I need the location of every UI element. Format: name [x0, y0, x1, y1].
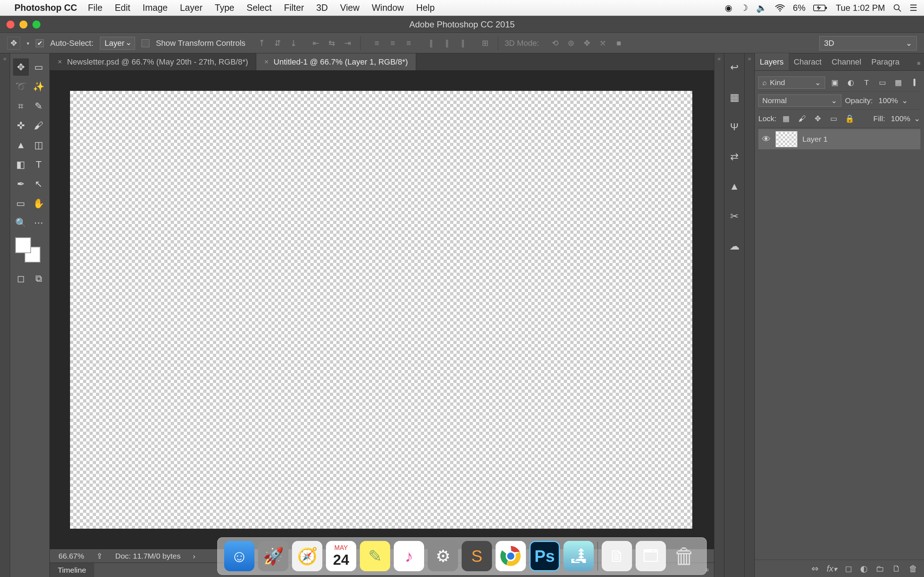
battery-icon[interactable] [813, 4, 828, 11]
dock-itunes-icon[interactable]: ♪ [394, 541, 424, 571]
adjust-panel-icon[interactable]: ⇄ [730, 151, 738, 163]
history-panel-icon[interactable]: ↩︎ [730, 61, 738, 73]
moon-icon[interactable]: ☽ [740, 3, 748, 13]
filter-pixel-icon[interactable]: ▣ [829, 76, 841, 89]
doc-info-chevron-icon[interactable]: › [193, 552, 195, 561]
clone-panel-icon[interactable]: ▲ [729, 181, 740, 192]
zoom-window-button[interactable] [32, 21, 40, 29]
cc-status-icon[interactable]: ◉ [725, 3, 732, 13]
menu-select[interactable]: Select [247, 3, 271, 13]
lock-all-icon[interactable]: 🔒 [843, 113, 856, 125]
dock-safari-icon[interactable]: 🧭 [292, 541, 322, 571]
tool-preset-chevron-icon[interactable]: ▾ [27, 40, 29, 46]
dock-chrome-icon[interactable] [496, 541, 526, 571]
layer-visibility-icon[interactable]: 👁 [762, 134, 771, 144]
doc-tab-0[interactable]: × Newsletter.psd @ 66.7% (May 20th - 27t… [50, 53, 256, 70]
zoom-tool[interactable]: 🔍 [13, 214, 29, 232]
doc-info[interactable]: Doc: 11.7M/0 bytes [115, 552, 181, 561]
layer-thumbnail[interactable] [775, 131, 797, 147]
align-vcenter-icon[interactable]: ⇵ [271, 37, 284, 49]
align-bottom-icon[interactable]: ⤓ [287, 37, 300, 49]
menu-list-icon[interactable]: ☰ [909, 3, 918, 13]
layer-name[interactable]: Layer 1 [802, 135, 828, 143]
move-tool[interactable]: ✥ [13, 58, 29, 76]
fx-icon[interactable]: fx▾ [827, 564, 837, 574]
edit-toolbar-button[interactable]: ⋯ [31, 214, 47, 232]
dock-sublime-icon[interactable]: S [462, 541, 492, 571]
auto-select-checkbox[interactable]: ✔ [36, 39, 44, 47]
filter-smart-icon[interactable]: ▦ [892, 76, 905, 89]
align-right-icon[interactable]: ⇥ [341, 37, 354, 49]
auto-align-icon[interactable]: ⊞ [479, 37, 491, 49]
timeline-tab[interactable]: Timeline [50, 563, 94, 577]
chevron-down-icon[interactable]: ⌄ [914, 114, 921, 123]
close-tab-icon[interactable]: × [264, 58, 268, 66]
lasso-tool[interactable]: ➰ [13, 78, 29, 95]
menu-image[interactable]: Image [142, 3, 168, 13]
eraser-tool[interactable]: ◫ [31, 136, 47, 154]
healing-tool[interactable]: ✜ [13, 117, 29, 134]
magic-wand-tool[interactable]: ✨ [31, 78, 47, 95]
fill-value[interactable]: 100% [891, 114, 910, 123]
clock[interactable]: Tue 1:02 PM [835, 3, 885, 13]
menu-3d[interactable]: 3D [316, 3, 328, 13]
mask-icon[interactable]: ◻ [845, 564, 852, 574]
filter-shape-icon[interactable]: ▭ [876, 76, 888, 89]
panel-tab-character[interactable]: Charact [789, 54, 827, 70]
swatches-panel-icon[interactable]: ▦ [730, 91, 739, 103]
menu-edit[interactable]: Edit [115, 3, 130, 13]
dock-calendar-icon[interactable]: MAY24 [326, 541, 356, 571]
fg-swatch[interactable] [15, 237, 31, 253]
screenmode-tool[interactable]: ⧉ [31, 270, 47, 287]
left-collapse-bar[interactable]: « [0, 53, 10, 577]
right-collapse-bar[interactable]: » [744, 53, 754, 577]
menu-help[interactable]: Help [416, 3, 435, 13]
menu-type[interactable]: Type [215, 3, 234, 13]
panel-tab-channels[interactable]: Channel [827, 54, 866, 70]
type-tool[interactable]: T [31, 156, 47, 173]
quickmask-tool[interactable]: ◻ [13, 270, 29, 287]
brush-tool[interactable]: 🖌 [31, 117, 47, 134]
lock-position-icon[interactable]: ✥ [812, 113, 824, 125]
layer-filter-kind-dropdown[interactable]: ⌕ Kind ⌄ [758, 76, 825, 89]
filter-type-icon[interactable]: T [861, 76, 873, 89]
pen-tool[interactable]: ✒ [13, 175, 29, 193]
rectangle-tool[interactable]: ▭ [13, 195, 29, 212]
dock-finder-icon[interactable]: ☺ [224, 541, 254, 571]
distribute-vcenter-icon[interactable]: ≡ [386, 37, 399, 49]
gradient-tool[interactable]: ◧ [13, 156, 29, 173]
libraries-panel-icon[interactable]: ☁ [729, 240, 740, 252]
close-tab-icon[interactable]: × [58, 58, 62, 66]
adjustment-icon[interactable]: ◐ [860, 564, 868, 574]
filter-toggle-icon[interactable]: ⏽ [908, 76, 921, 89]
distribute-left-icon[interactable]: ∥ [425, 37, 437, 49]
dock-trash-icon[interactable]: 🗑 [670, 541, 700, 571]
link-layers-icon[interactable]: ⇔ [811, 564, 819, 574]
clone-stamp-tool[interactable]: ▲ [13, 136, 29, 154]
dock-photoshop-icon[interactable]: Ps [530, 541, 560, 571]
menu-filter[interactable]: Filter [284, 3, 304, 13]
menu-window[interactable]: Window [372, 3, 404, 13]
menu-view[interactable]: View [340, 3, 360, 13]
spotlight-icon[interactable] [893, 3, 901, 12]
align-top-icon[interactable]: ⤒ [255, 37, 268, 49]
lock-artboard-icon[interactable]: ▭ [828, 113, 840, 125]
auto-select-dropdown[interactable]: Layer [100, 37, 135, 50]
dock-notes-icon[interactable]: ✎ [360, 541, 390, 571]
app-name[interactable]: Photoshop CC [15, 3, 77, 13]
trash-icon[interactable]: 🗑 [909, 564, 918, 574]
menu-layer[interactable]: Layer [180, 3, 202, 13]
hand-tool[interactable]: ✋ [31, 195, 47, 212]
mid-collapse-bar[interactable]: « [714, 53, 724, 577]
lock-pixels-icon[interactable]: 🖌 [796, 113, 808, 125]
filter-adjust-icon[interactable]: ◐ [845, 76, 857, 89]
distribute-bottom-icon[interactable]: ≡ [402, 37, 415, 49]
fg-bg-swatch[interactable] [15, 237, 40, 263]
dock-doc-1-icon[interactable]: 🗎 [602, 541, 632, 571]
move-tool-indicator-icon[interactable]: ✥ [7, 37, 20, 50]
distribute-right-icon[interactable]: ∥ [457, 37, 469, 49]
opacity-value[interactable]: 100% [879, 96, 898, 105]
dock-launchpad-icon[interactable]: 🚀 [258, 541, 288, 571]
new-layer-icon[interactable]: 🗋 [892, 564, 901, 574]
doc-tab-1[interactable]: × Untitled-1 @ 66.7% (Layer 1, RGB/8*) [256, 53, 416, 70]
